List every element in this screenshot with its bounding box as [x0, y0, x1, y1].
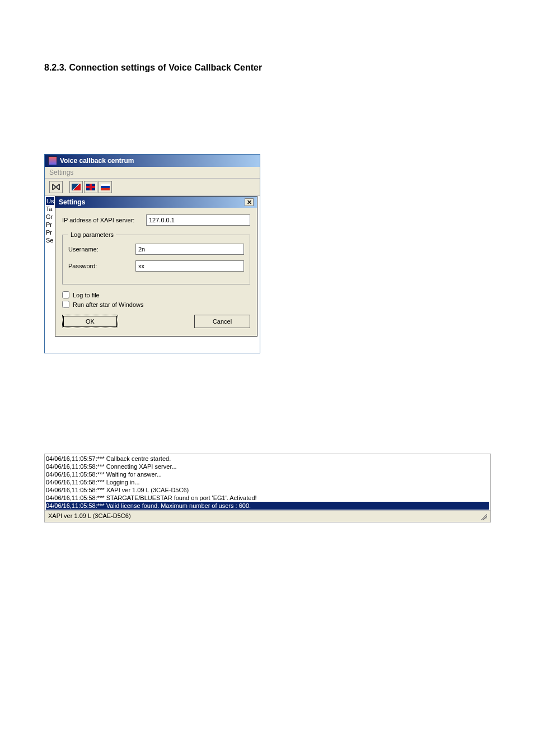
close-icon: ✕: [247, 199, 252, 206]
statusbar: XAPI ver 1.09 L (3CAE-D5C6): [45, 510, 490, 522]
password-input[interactable]: [135, 260, 244, 272]
dialog-title: Settings: [59, 198, 85, 206]
cancel-button[interactable]: Cancel: [194, 315, 250, 328]
russian-flag-icon: [101, 184, 110, 190]
lang-russian-button[interactable]: [99, 181, 112, 193]
log-line[interactable]: 04/06/16,11:05:58:*** Logging in...: [46, 478, 489, 486]
log-parameters-legend: Log parameters: [68, 231, 116, 238]
lang-czech-button[interactable]: [69, 181, 83, 193]
log-line[interactable]: 04/06/16,11:05:58:*** STARGATE/BLUESTAR …: [46, 494, 489, 502]
log-line-selected[interactable]: 04/06/16,11:05:58:*** Valid license foun…: [46, 502, 489, 510]
dialog-body: IP address of XAPI server: Log parameter…: [55, 208, 257, 336]
menu-settings[interactable]: Settings: [49, 169, 73, 176]
username-input[interactable]: [135, 244, 244, 255]
log-line[interactable]: 04/06/16,11:05:57:*** Callback centre st…: [46, 455, 489, 463]
uk-flag-icon: [86, 184, 95, 190]
app-titlebar: Voice callback centrum: [45, 155, 260, 167]
app-title: Voice callback centrum: [60, 157, 134, 165]
resize-grip-icon[interactable]: [479, 512, 487, 520]
log-parameters-group: Log parameters Username: Password:: [62, 231, 250, 284]
toolbar-button-1[interactable]: [49, 181, 63, 193]
settings-dialog: Settings ✕ IP address of XAPI server: Lo…: [55, 196, 257, 337]
password-label: Password:: [68, 263, 135, 269]
close-button[interactable]: ✕: [245, 198, 254, 206]
list-fragment: Us Ta Gr Pr Pr Se: [45, 196, 55, 245]
toolbar: [45, 179, 260, 196]
app-window: Voice callback centrum Settings Us Ta Gr…: [44, 154, 260, 353]
dialog-titlebar: Settings ✕: [55, 197, 257, 208]
ip-label: IP address of XAPI server:: [62, 217, 146, 223]
app-icon: [48, 156, 57, 165]
exit-icon: [51, 183, 60, 191]
log-to-file-checkbox[interactable]: [62, 291, 69, 298]
log-line[interactable]: 04/06/16,11:05:58:*** Waiting for answer…: [46, 470, 489, 478]
log-to-file-label: Log to file: [73, 292, 100, 298]
log-line[interactable]: 04/06/16,11:05:58:*** XAPI ver 1.09 L (3…: [46, 486, 489, 494]
log-lines: 04/06/16,11:05:57:*** Callback centre st…: [45, 454, 490, 510]
run-after-start-label: Run after star of Windows: [73, 301, 144, 308]
ip-input[interactable]: [146, 214, 250, 226]
section-heading: 8.2.3. Connection settings of Voice Call…: [44, 63, 262, 73]
status-text: XAPI ver 1.09 L (3CAE-D5C6): [48, 512, 131, 520]
lang-english-button[interactable]: [84, 181, 97, 193]
username-label: Username:: [68, 246, 135, 253]
app-content: Us Ta Gr Pr Pr Se Settings ✕ IP address …: [45, 196, 260, 353]
ok-button[interactable]: OK: [62, 315, 118, 328]
run-after-start-checkbox[interactable]: [62, 301, 69, 308]
log-line[interactable]: 04/06/16,11:05:58:*** Connecting XAPI se…: [46, 463, 489, 470]
menubar: Settings: [45, 167, 260, 179]
czech-flag-icon: [72, 184, 81, 190]
log-panel: 04/06/16,11:05:57:*** Callback centre st…: [44, 454, 491, 522]
